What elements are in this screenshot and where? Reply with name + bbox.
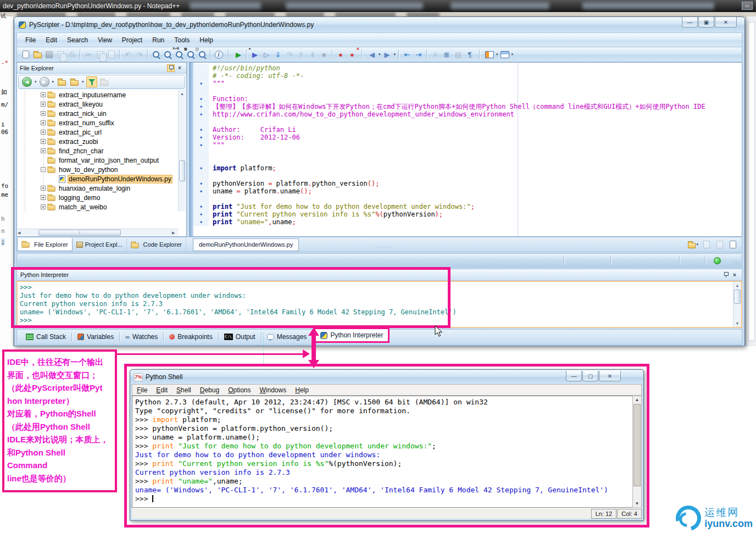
restore-button[interactable]: ▣ (698, 17, 714, 27)
expand-icon[interactable]: + (41, 111, 46, 116)
line-numbers-icon[interactable]: ≣ (441, 49, 452, 60)
stop-icon[interactable]: ■ (319, 49, 330, 60)
new-folder-icon[interactable] (99, 76, 110, 87)
print-icon[interactable]: ⎙ (66, 49, 77, 60)
minimize-button[interactable]: — (682, 17, 698, 27)
close-icon[interactable]: × (731, 271, 738, 279)
new-file-icon[interactable] (20, 49, 31, 60)
chevron-down-icon[interactable]: ▾ (82, 80, 84, 84)
chevron-down-icon[interactable]: ▾ (394, 52, 396, 57)
notepadpp-right-scroll-area[interactable] (748, 22, 755, 341)
tree-item-logging-demo[interactable]: +logging_demo (18, 193, 179, 202)
step-into-icon[interactable]: ⇓ (273, 49, 284, 60)
tree-item-format-var-into-json-then-output[interactable]: format_var_into_json_then_output (18, 156, 179, 165)
shell-scrollbar[interactable]: ▲ ▼ (632, 396, 642, 508)
clear-breakpoints-icon[interactable]: ●× (347, 49, 358, 60)
menu-debug[interactable]: Debug (196, 385, 224, 395)
interpreter-scrollbar[interactable]: ▲ ▼ (733, 282, 741, 327)
tree-item-how-to-dev-python[interactable]: -how_to_dev_python (18, 165, 179, 174)
browse-icon[interactable]: ▢ (197, 49, 208, 60)
menu-file[interactable]: File (20, 35, 41, 46)
copy-icon[interactable] (94, 49, 105, 60)
step-over-icon[interactable]: ↷ (284, 49, 295, 60)
open-file-icon[interactable] (32, 49, 43, 60)
scrollbar-thumb[interactable] (179, 160, 185, 181)
menu-tools[interactable]: Tools (169, 35, 194, 46)
expand-icon[interactable]: + (41, 130, 46, 135)
paste-icon[interactable] (106, 49, 117, 60)
expand-icon[interactable]: + (41, 195, 46, 200)
wrap-lines-icon[interactable]: ▤ (453, 49, 464, 60)
tree-vertical-scrollbar[interactable]: ▲ (178, 90, 186, 212)
tab-breakpoints[interactable]: Breakpoints (165, 331, 216, 342)
toggle-breakpoint-icon[interactable]: ● (335, 49, 346, 60)
find-icon[interactable] (151, 49, 162, 60)
save-icon[interactable] (43, 49, 54, 60)
special-chars-icon[interactable]: ¶ (464, 49, 475, 60)
collapse-icon[interactable]: - (41, 167, 46, 172)
scroll-left-icon[interactable]: ◀ (18, 229, 24, 236)
tree-horizontal-scrollbar[interactable]: ◀ ⦙⦙ ▶ (18, 229, 179, 236)
tab-messages[interactable]: Messages (263, 331, 312, 342)
whitespace-grid-icon[interactable]: # (430, 49, 441, 60)
maximize-button[interactable]: ▢ (582, 371, 598, 381)
tree-item-extract-pic-url[interactable]: +extract_pic_url (18, 127, 179, 137)
tree-item-extract-num-suffix[interactable]: +extract_num_suffix (18, 118, 179, 127)
close-button[interactable]: ✕ (599, 371, 621, 381)
menu-run[interactable]: Run (147, 35, 169, 46)
new-editor-icon[interactable] (727, 239, 738, 250)
tab-file-explorer[interactable]: File Explorer (17, 238, 73, 251)
file-explorer-tree[interactable]: +extract_inputusername+extract_likeyou+e… (18, 90, 179, 212)
layout-dropdown-icon[interactable] (484, 49, 495, 60)
chevron-down-icon[interactable]: ▾ (35, 80, 37, 84)
prev-editor-icon[interactable] (701, 239, 712, 250)
expand-icon[interactable]: + (41, 120, 46, 125)
menu-edit[interactable]: Edit (152, 385, 172, 395)
drag-handle-dots[interactable]: ······· (375, 244, 391, 249)
open-file-dropdown-icon[interactable]: ▾ (688, 239, 699, 250)
menu-help[interactable]: Help (291, 385, 313, 395)
tab-variables[interactable]: Variables (73, 331, 118, 342)
nav-back-icon[interactable]: ◀ (366, 49, 377, 60)
help-icon[interactable]: i (213, 49, 224, 60)
find-in-files-icon[interactable]: ▨ (185, 49, 196, 60)
tab-python-interpreter[interactable]: Python Interpreter (314, 327, 390, 343)
scrollbar-thumb[interactable] (633, 404, 641, 486)
resize-grip[interactable]: ⸬⸬ (733, 260, 741, 266)
next-editor-icon[interactable] (714, 239, 725, 250)
tab-output[interactable]: C:\Output (220, 331, 260, 342)
scrollbar-thumb[interactable] (734, 290, 741, 304)
menu-search[interactable]: Search (62, 35, 93, 46)
expand-icon[interactable]: + (41, 186, 46, 191)
save-all-icon[interactable] (55, 49, 66, 60)
tree-item-match-at-weibo[interactable]: +match_at_weibo (18, 202, 179, 212)
tab-project-expl[interactable]: Project Expl... (73, 238, 127, 251)
expand-icon[interactable]: + (41, 139, 46, 144)
expand-icon[interactable]: + (41, 148, 46, 153)
tree-item-demorunpythonunderwindows-py[interactable]: demoRunPythonUnderWindows.py (18, 174, 179, 184)
pyscripter-titlebar[interactable]: PyScripter - D:\tmp\tmp_dev_root\python\… (14, 17, 744, 32)
code-editor[interactable]: #!/usr/bin/python# -*- coding: utf-8 -*-… (189, 62, 742, 237)
tree-item-extract-nick-uin[interactable]: +extract_nick_uin (18, 109, 179, 118)
menu-help[interactable]: Help (194, 35, 218, 46)
find-next-icon[interactable] (162, 49, 173, 60)
cut-icon[interactable]: ✂ (83, 49, 94, 60)
replace-icon[interactable]: A+B (174, 49, 185, 60)
scroll-right-icon[interactable]: ▶ (172, 229, 179, 236)
tab-code-explorer[interactable]: Code Explorer (127, 238, 186, 251)
scroll-up-icon[interactable]: ▲ (733, 282, 741, 289)
pin-icon[interactable] (722, 271, 730, 279)
menu-options[interactable]: Options (224, 385, 255, 395)
undo-icon[interactable]: ↶ (123, 49, 134, 60)
debug-icon[interactable]: ▶✦ (249, 49, 260, 60)
back-button[interactable]: ◀ (21, 76, 32, 87)
editor-tab[interactable]: demoRunPythonUnderWindows.py (193, 238, 299, 251)
tree-item-extract-inputusername[interactable]: +extract_inputusername (18, 90, 179, 99)
menu-windows[interactable]: Windows (255, 385, 291, 395)
open-folder-icon[interactable] (56, 76, 67, 87)
nav-forward-icon[interactable]: ▶ (382, 49, 393, 60)
scroll-down-icon[interactable]: ▼ (633, 500, 641, 507)
indent-icon[interactable]: ⇥ (413, 49, 424, 60)
tree-item-extract-likeyou[interactable]: +extract_likeyou (18, 99, 179, 109)
scroll-up-icon[interactable]: ▲ (179, 90, 186, 97)
